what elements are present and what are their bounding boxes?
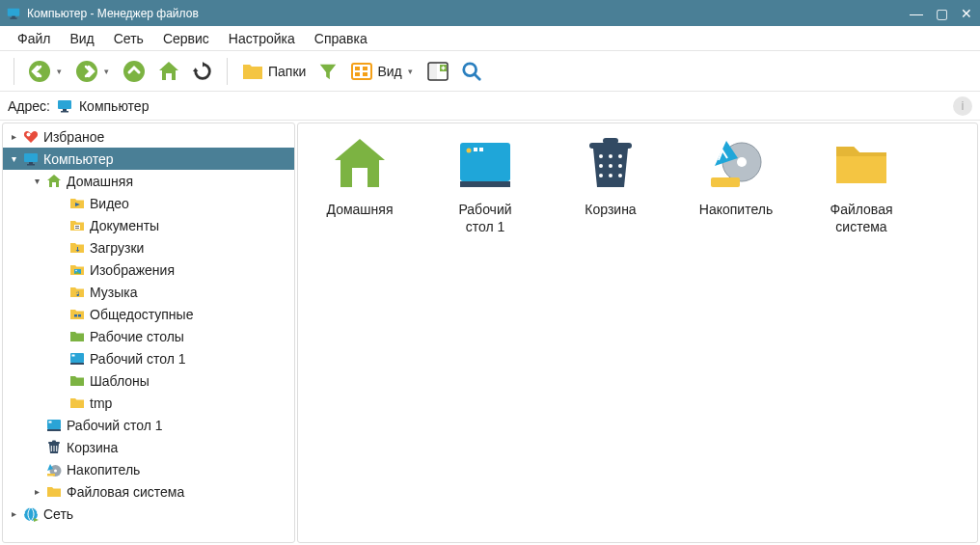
computer-icon — [56, 97, 73, 115]
panel-icon — [426, 60, 449, 83]
heart-icon — [22, 128, 40, 146]
window-title: Компьютер - Менеджер файлов — [27, 7, 909, 20]
tree-filesystem[interactable]: ▸Файловая система — [3, 480, 294, 503]
item-trash[interactable]: Корзина — [562, 133, 659, 235]
maximize-button[interactable]: ▢ — [934, 6, 949, 21]
dropdown-icon: ▾ — [406, 67, 415, 76]
menu-service[interactable]: Сервис — [153, 27, 219, 50]
view-mode-button[interactable]: Вид▾ — [346, 56, 418, 87]
desktop-icon — [45, 417, 63, 434]
folder-icon — [68, 395, 86, 412]
storage-icon — [45, 461, 63, 478]
tree-desktop1-inner[interactable]: Рабочий стол 1 — [3, 347, 294, 369]
tree-music[interactable]: Музыка — [3, 281, 294, 303]
refresh-icon — [192, 61, 213, 82]
addressbar: Адрес: Компьютер i — [0, 92, 980, 121]
trash-icon — [45, 439, 63, 456]
back-button[interactable]: ▾ — [24, 56, 68, 87]
titlebar: Компьютер - Менеджер файлов ― ▢ ✕ — [0, 0, 980, 26]
folder-icon — [68, 328, 86, 345]
folder-icon — [830, 133, 892, 195]
folder-pic-icon — [68, 261, 86, 279]
forward-button[interactable]: ▾ — [71, 56, 115, 87]
tree-templates[interactable]: Шаблоны — [3, 369, 294, 392]
back-icon — [28, 60, 51, 83]
tree-desktop1[interactable]: Рабочий стол 1 — [3, 414, 294, 436]
menu-network[interactable]: Сеть — [104, 27, 153, 50]
tree-computer[interactable]: ▾Компьютер — [3, 148, 294, 170]
folder-video-icon — [68, 195, 86, 212]
toolbar: ▾ ▾ Папки Вид▾ — [0, 51, 980, 92]
menu-view[interactable]: Вид — [60, 27, 103, 50]
storage-icon — [705, 133, 767, 195]
filter-icon — [317, 61, 339, 82]
trash-icon — [580, 133, 641, 195]
grid-icon — [350, 60, 373, 83]
menu-settings[interactable]: Настройка — [219, 27, 305, 50]
search-icon — [461, 61, 482, 82]
tree-desktops[interactable]: Рабочие столы — [3, 325, 294, 347]
tree-favorites[interactable]: ▸Избраное — [3, 125, 294, 148]
tree-public[interactable]: Общедоступные — [3, 303, 294, 325]
tree-videos[interactable]: Видео — [3, 192, 294, 214]
dropdown-icon: ▾ — [102, 67, 111, 76]
folder-icon — [68, 372, 86, 390]
desktop-icon — [68, 350, 86, 368]
tree-home[interactable]: ▾Домашняя — [3, 170, 294, 192]
tree-pictures[interactable]: Изображения — [3, 259, 294, 281]
item-home[interactable]: Домашняя — [312, 133, 408, 235]
tree-documents[interactable]: Документы — [3, 214, 294, 236]
up-button[interactable] — [119, 56, 150, 87]
globe-icon — [22, 505, 40, 523]
menu-help[interactable]: Справка — [305, 27, 377, 50]
tree-downloads[interactable]: Загрузки — [3, 236, 294, 259]
refresh-button[interactable] — [188, 56, 217, 87]
close-button[interactable]: ✕ — [959, 6, 974, 21]
item-desktop1[interactable]: Рабочий стол 1 — [437, 133, 533, 235]
address-label: Адрес: — [8, 98, 50, 114]
folder-icon — [241, 60, 264, 83]
home-button[interactable] — [153, 56, 184, 87]
dropdown-icon: ▾ — [55, 67, 64, 76]
tree-network[interactable]: ▸Сеть — [3, 503, 294, 525]
address-path[interactable]: Компьютер — [79, 98, 947, 114]
menubar: Файл Вид Сеть Сервис Настройка Справка — [0, 26, 980, 51]
home-icon — [329, 133, 391, 195]
forward-icon — [75, 60, 98, 83]
content-view[interactable]: Домашняя Рабочий стол 1 Корзина Накопите… — [297, 123, 978, 543]
item-storage[interactable]: Накопитель — [688, 133, 784, 235]
minimize-button[interactable]: ― — [909, 6, 924, 21]
panel-button[interactable] — [422, 56, 453, 87]
home-icon — [157, 60, 180, 83]
tree-storage[interactable]: Накопитель — [3, 458, 294, 480]
desktop-icon — [454, 133, 516, 195]
sidebar-tree: ▸Избраное ▾Компьютер ▾Домашняя Видео Док… — [2, 123, 295, 543]
folder-icon — [45, 483, 63, 501]
folder-down-icon — [68, 239, 86, 257]
item-filesystem[interactable]: Файловая система — [813, 133, 910, 235]
folder-music-icon — [68, 284, 86, 301]
home-icon — [45, 173, 63, 190]
search-button[interactable] — [457, 56, 486, 87]
filter-button[interactable] — [313, 56, 342, 87]
computer-icon — [22, 150, 40, 168]
menu-file[interactable]: Файл — [8, 27, 60, 50]
tree-trash[interactable]: Корзина — [3, 436, 294, 458]
info-badge[interactable]: i — [953, 96, 972, 116]
up-icon — [122, 60, 146, 83]
folder-doc-icon — [68, 217, 86, 234]
tree-tmp[interactable]: tmp — [3, 392, 294, 414]
app-icon — [6, 6, 21, 21]
folder-share-icon — [68, 306, 86, 323]
folders-button[interactable]: Папки — [237, 56, 310, 87]
